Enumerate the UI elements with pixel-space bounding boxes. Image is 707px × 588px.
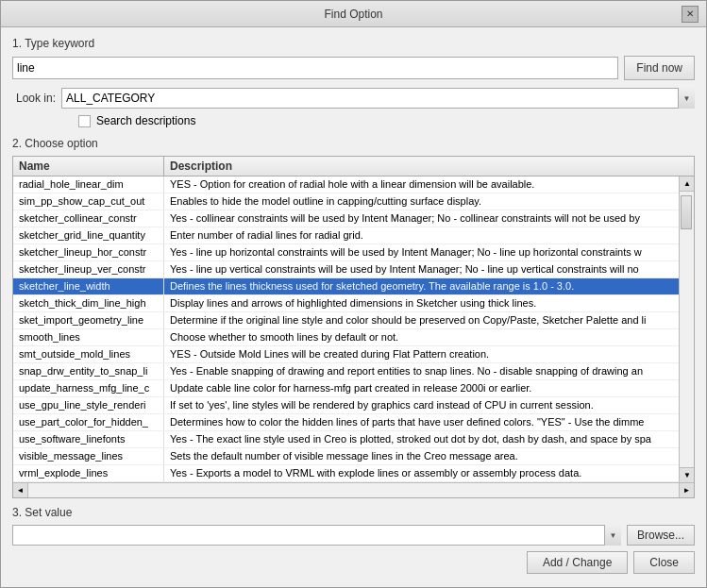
table-row[interactable]: use_part_color_for_hidden_Determines how… — [13, 414, 679, 431]
table-row[interactable]: sim_pp_show_cap_cut_outEnables to hide t… — [13, 193, 679, 210]
table-row[interactable]: sketcher_lineup_hor_constrYes - line up … — [13, 244, 679, 261]
cell-name: smt_outside_mold_lines — [13, 346, 164, 362]
add-change-button[interactable]: Add / Change — [527, 551, 628, 574]
results-table: Name Description radial_hole_linear_dimY… — [12, 156, 695, 498]
cell-desc: Enter number of radial lines for radial … — [164, 227, 679, 244]
table-header: Name Description — [13, 157, 694, 176]
table-row[interactable]: update_harness_mfg_line_cUpdate cable li… — [13, 380, 679, 397]
cell-name: sket_import_geometry_line — [13, 312, 164, 328]
close-dialog-button[interactable]: Close — [633, 551, 695, 574]
keyword-row: Find now — [12, 56, 695, 80]
horizontal-scrollbar[interactable]: ◄ ► — [13, 482, 694, 497]
table-row[interactable]: smt_outside_mold_linesYES - Outside Mold… — [13, 346, 679, 363]
table-row[interactable]: sketcher_collinear_constrYes - collinear… — [13, 210, 679, 227]
h-scroll-track — [28, 483, 679, 497]
section1-label: 1. Type keyword — [12, 37, 695, 50]
cell-desc: Yes - line up vertical constraints will … — [164, 261, 679, 277]
cell-desc: If set to 'yes', line styles will be ren… — [164, 397, 679, 413]
cell-desc: Sets the default number of visible messa… — [164, 448, 679, 464]
set-value-row: ▼ Browse... — [12, 525, 695, 546]
keyword-input[interactable] — [12, 57, 618, 79]
window-title: Find Option — [25, 8, 682, 21]
table-row[interactable]: sketcher_lineup_ver_constrYes - line up … — [13, 261, 679, 278]
table-scroll-wrapper: radial_hole_linear_dimYES - Option for c… — [13, 176, 694, 482]
look-in-label: Look in: — [16, 92, 56, 105]
table-row[interactable]: sket_import_geometry_lineDetermine if th… — [13, 312, 679, 329]
cell-name: sketcher_line_width — [13, 278, 164, 294]
cell-desc: Yes - collinear constraints will be used… — [164, 210, 679, 227]
search-descriptions-checkbox[interactable] — [78, 115, 91, 127]
col-header-desc: Description — [164, 157, 694, 176]
cell-desc: Enables to hide the model outline in cap… — [164, 193, 679, 210]
cell-desc: Yes - line up horizontal constraints wil… — [164, 244, 679, 260]
section3-label: 3. Set value — [12, 506, 695, 519]
cell-name: sketcher_lineup_hor_constr — [13, 244, 164, 260]
section2-label: 2. Choose option — [12, 137, 695, 150]
browse-button[interactable]: Browse... — [627, 525, 695, 546]
look-in-row: Look in: ALL_CATEGORY ▼ — [12, 88, 695, 109]
cell-desc: Display lines and arrows of highlighted … — [164, 295, 679, 311]
bottom-buttons: Add / Change Close — [12, 551, 695, 578]
cell-desc: Choose whether to smooth lines by defaul… — [164, 329, 679, 345]
scroll-left-button[interactable]: ◄ — [13, 483, 28, 497]
cell-name: sim_pp_show_cap_cut_out — [13, 193, 164, 210]
title-bar: Find Option ✕ — [1, 1, 706, 27]
cell-desc: Determine if the original line style and… — [164, 312, 679, 328]
cell-name: update_harness_mfg_line_c — [13, 380, 164, 396]
cell-desc: Yes - Enable snapping of drawing and rep… — [164, 363, 679, 379]
cell-desc: Defines the lines thickness used for ske… — [164, 278, 679, 294]
cell-desc: Determines how to color the hidden lines… — [164, 414, 679, 430]
cell-name: radial_hole_linear_dim — [13, 176, 164, 193]
table-row[interactable]: snap_drw_entity_to_snap_liYes - Enable s… — [13, 363, 679, 380]
table-row[interactable]: radial_hole_linear_dimYES - Option for c… — [13, 176, 679, 193]
cell-name: visible_message_lines — [13, 448, 164, 464]
scroll-thumb[interactable] — [681, 195, 692, 229]
table-row[interactable]: visible_message_linesSets the default nu… — [13, 448, 679, 465]
table-row[interactable]: vrml_explode_linesYes - Exports a model … — [13, 465, 679, 482]
scroll-up-button[interactable]: ▲ — [680, 176, 694, 192]
cell-name: smooth_lines — [13, 329, 164, 345]
look-in-select-wrapper: ALL_CATEGORY ▼ — [61, 88, 695, 109]
cell-name: use_gpu_line_style_renderi — [13, 397, 164, 413]
set-value-input-wrapper: ▼ — [12, 525, 621, 546]
cell-desc: Yes - The exact line style used in Creo … — [164, 431, 679, 447]
vertical-scrollbar[interactable]: ▲ ▼ — [679, 176, 694, 482]
cell-name: vrml_explode_lines — [13, 465, 164, 481]
search-desc-row: Search descriptions — [12, 114, 695, 127]
table-row[interactable]: sketch_thick_dim_line_highDisplay lines … — [13, 295, 679, 312]
cell-name: snap_drw_entity_to_snap_li — [13, 363, 164, 379]
scroll-track — [680, 192, 694, 467]
cell-name: sketcher_collinear_constr — [13, 210, 164, 227]
table-rows-area[interactable]: radial_hole_linear_dimYES - Option for c… — [13, 176, 679, 482]
table-row[interactable]: sketcher_grid_line_quantityEnter number … — [13, 227, 679, 244]
table-row[interactable]: use_gpu_line_style_renderiIf set to 'yes… — [13, 397, 679, 414]
cell-name: use_part_color_for_hidden_ — [13, 414, 164, 430]
cell-desc: Yes - Exports a model to VRML with explo… — [164, 465, 679, 481]
scroll-down-button[interactable]: ▼ — [680, 467, 694, 482]
cell-name: use_software_linefonts — [13, 431, 164, 447]
main-content: 1. Type keyword Find now Look in: ALL_CA… — [1, 27, 706, 587]
col-header-name: Name — [13, 157, 164, 176]
set-value-input[interactable] — [12, 525, 621, 546]
cell-desc: YES - Outside Mold Lines will be created… — [164, 346, 679, 362]
cell-name: sketcher_lineup_ver_constr — [13, 261, 164, 277]
table-row[interactable]: sketcher_line_widthDefines the lines thi… — [13, 278, 679, 295]
search-descriptions-label: Search descriptions — [96, 114, 195, 127]
cell-desc: YES - Option for creation of radial hole… — [164, 176, 679, 193]
cell-name: sketch_thick_dim_line_high — [13, 295, 164, 311]
look-in-select[interactable]: ALL_CATEGORY — [61, 88, 695, 109]
find-now-button[interactable]: Find now — [624, 56, 695, 80]
cell-name: sketcher_grid_line_quantity — [13, 227, 164, 244]
close-button[interactable]: ✕ — [682, 6, 699, 23]
scroll-right-button[interactable]: ► — [679, 483, 694, 497]
section3: 3. Set value ▼ Browse... Add / Change Cl… — [12, 506, 695, 578]
table-row[interactable]: smooth_linesChoose whether to smooth lin… — [13, 329, 679, 346]
find-option-window: Find Option ✕ 1. Type keyword Find now L… — [0, 0, 707, 588]
table-row[interactable]: use_software_linefontsYes - The exact li… — [13, 431, 679, 448]
cell-desc: Update cable line color for harness-mfg … — [164, 380, 679, 396]
